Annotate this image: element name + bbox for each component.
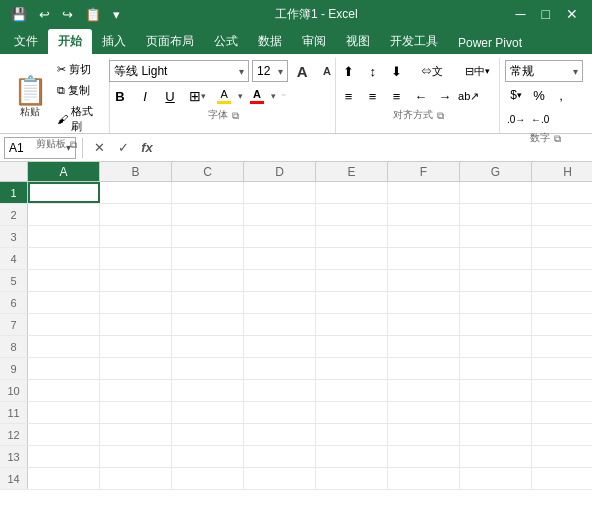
cell-C14[interactable] (172, 468, 244, 489)
row-header-5[interactable]: 5 (0, 270, 28, 291)
cell-C1[interactable] (172, 182, 244, 203)
minimize-button[interactable]: ─ (510, 0, 532, 28)
cell-A7[interactable] (28, 314, 100, 335)
cell-C4[interactable] (172, 248, 244, 269)
cell-C7[interactable] (172, 314, 244, 335)
cell-G6[interactable] (460, 292, 532, 313)
cell-H14[interactable] (532, 468, 592, 489)
row-header-2[interactable]: 2 (0, 204, 28, 225)
clipboard-expand-icon[interactable]: ⧉ (70, 139, 77, 151)
row-header-9[interactable]: 9 (0, 358, 28, 379)
cell-G9[interactable] (460, 358, 532, 379)
font-color-button[interactable]: A (246, 85, 268, 107)
comma-button[interactable]: , (551, 85, 571, 105)
cell-H3[interactable] (532, 226, 592, 247)
cell-E7[interactable] (316, 314, 388, 335)
cell-C9[interactable] (172, 358, 244, 379)
cell-E5[interactable] (316, 270, 388, 291)
tab-Power Pivot[interactable]: Power Pivot (448, 32, 532, 54)
row-header-12[interactable]: 12 (0, 424, 28, 445)
italic-button[interactable]: I (134, 85, 156, 107)
align-bottom-button[interactable]: ⬇ (386, 60, 408, 82)
formula-cancel-button[interactable]: ✕ (89, 138, 109, 158)
cell-E10[interactable] (316, 380, 388, 401)
align-center-button[interactable]: ≡ (362, 85, 384, 107)
cell-A14[interactable] (28, 468, 100, 489)
cell-E8[interactable] (316, 336, 388, 357)
merge-center-button[interactable]: ⊟中 ▾ (456, 60, 500, 82)
cell-F10[interactable] (388, 380, 460, 401)
cell-D10[interactable] (244, 380, 316, 401)
wrap-text-button[interactable]: ⇔文 (410, 60, 454, 82)
cell-B2[interactable] (100, 204, 172, 225)
col-header-E[interactable]: E (316, 162, 388, 181)
cell-B4[interactable] (100, 248, 172, 269)
cell-F7[interactable] (388, 314, 460, 335)
row-header-14[interactable]: 14 (0, 468, 28, 489)
col-header-G[interactable]: G (460, 162, 532, 181)
fill-color-button[interactable]: A (213, 85, 235, 107)
cell-G13[interactable] (460, 446, 532, 467)
number-expand-icon[interactable]: ⧉ (554, 133, 561, 145)
cell-D13[interactable] (244, 446, 316, 467)
orientation-button[interactable]: ab↗ (458, 85, 480, 107)
row-header-7[interactable]: 7 (0, 314, 28, 335)
col-header-C[interactable]: C (172, 162, 244, 181)
cell-D8[interactable] (244, 336, 316, 357)
cell-B10[interactable] (100, 380, 172, 401)
increase-indent-button[interactable]: → (434, 85, 456, 107)
cell-C2[interactable] (172, 204, 244, 225)
align-expand-icon[interactable]: ⧉ (437, 110, 444, 122)
cell-C10[interactable] (172, 380, 244, 401)
cell-C11[interactable] (172, 402, 244, 423)
font-color-dropdown[interactable]: ▾ (271, 91, 276, 101)
align-left-button[interactable]: ≡ (338, 85, 360, 107)
col-header-D[interactable]: D (244, 162, 316, 181)
cell-B8[interactable] (100, 336, 172, 357)
cell-B12[interactable] (100, 424, 172, 445)
cell-G8[interactable] (460, 336, 532, 357)
cell-F9[interactable] (388, 358, 460, 379)
cell-A3[interactable] (28, 226, 100, 247)
col-header-F[interactable]: F (388, 162, 460, 181)
cell-C3[interactable] (172, 226, 244, 247)
tab-插入[interactable]: 插入 (92, 29, 136, 54)
row-header-1[interactable]: 1 (0, 182, 28, 203)
font-expand-icon[interactable]: ⧉ (232, 110, 239, 122)
tab-开发工具[interactable]: 开发工具 (380, 29, 448, 54)
number-format-dropdown[interactable]: 常规 ▾ (505, 60, 583, 82)
cell-F13[interactable] (388, 446, 460, 467)
cut-button[interactable]: ✂ 剪切 (53, 60, 103, 79)
fill-color-dropdown[interactable]: ▾ (238, 91, 243, 101)
cell-A11[interactable] (28, 402, 100, 423)
cell-A8[interactable] (28, 336, 100, 357)
cell-H1[interactable] (532, 182, 592, 203)
cell-A5[interactable] (28, 270, 100, 291)
cell-D11[interactable] (244, 402, 316, 423)
cell-H9[interactable] (532, 358, 592, 379)
redo-icon[interactable]: ↪ (59, 7, 76, 22)
cell-H13[interactable] (532, 446, 592, 467)
cell-G11[interactable] (460, 402, 532, 423)
cell-A4[interactable] (28, 248, 100, 269)
cell-E1[interactable] (316, 182, 388, 203)
cell-G2[interactable] (460, 204, 532, 225)
font-shrink-button[interactable]: A (316, 60, 338, 82)
cell-F8[interactable] (388, 336, 460, 357)
cell-G14[interactable] (460, 468, 532, 489)
cell-E11[interactable] (316, 402, 388, 423)
cell-D6[interactable] (244, 292, 316, 313)
copy-button[interactable]: ⧉ 复制 (53, 81, 103, 100)
row-header-6[interactable]: 6 (0, 292, 28, 313)
cell-B9[interactable] (100, 358, 172, 379)
row-header-8[interactable]: 8 (0, 336, 28, 357)
cell-H12[interactable] (532, 424, 592, 445)
cell-E4[interactable] (316, 248, 388, 269)
row-header-4[interactable]: 4 (0, 248, 28, 269)
paste-button[interactable]: 📋 粘贴 (10, 71, 51, 125)
cell-C13[interactable] (172, 446, 244, 467)
row-header-3[interactable]: 3 (0, 226, 28, 247)
cell-C8[interactable] (172, 336, 244, 357)
dec-decrease-button[interactable]: ←.0 (529, 108, 551, 130)
currency-button[interactable]: $ ▾ (505, 84, 527, 106)
